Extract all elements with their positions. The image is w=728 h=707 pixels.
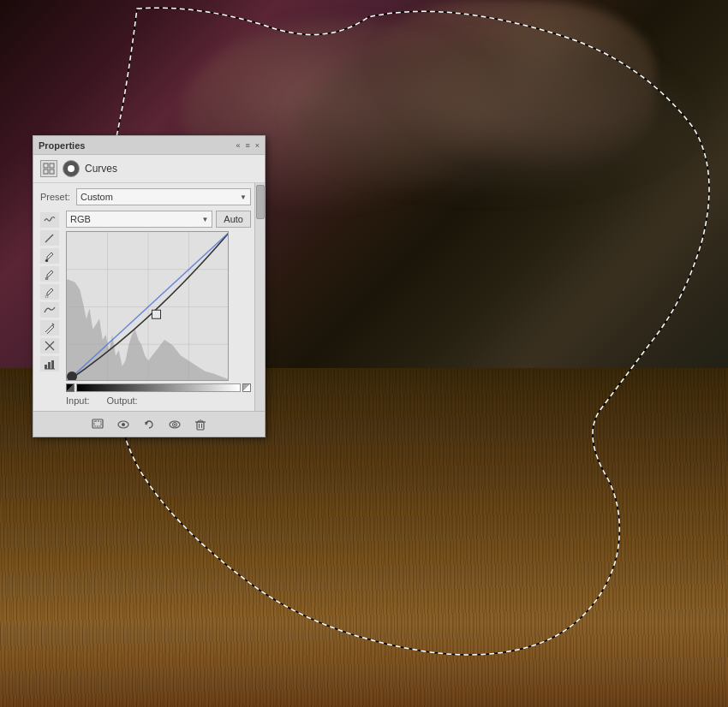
black-eyedropper-button[interactable] — [40, 248, 59, 264]
cloud-3 — [291, 39, 692, 194]
clipping-button[interactable] — [40, 338, 59, 354]
channel-value: RGB — [70, 214, 91, 224]
pencil-button[interactable] — [40, 230, 59, 246]
eyedropper-icon — [44, 250, 56, 262]
preset-row: Preset: Custom ▼ — [40, 188, 251, 205]
pencil-icon — [44, 232, 56, 244]
svg-rect-2 — [44, 169, 48, 174]
auto-button[interactable]: Auto — [216, 211, 251, 228]
clip-to-layer-button[interactable] — [88, 415, 107, 434]
eyedropper-mid-icon — [44, 268, 56, 280]
menu-icon[interactable]: ≡ — [245, 141, 249, 150]
clipping-icon — [44, 340, 56, 352]
panel-footer — [33, 411, 265, 437]
panel-content: Preset: Custom ▼ — [33, 183, 265, 411]
collapse-icon[interactable]: « — [236, 141, 240, 150]
black-point-indicator[interactable] — [66, 383, 75, 392]
waves-icon — [44, 214, 56, 226]
svg-rect-23 — [197, 422, 204, 430]
curves-graph[interactable] — [66, 231, 229, 381]
channel-dropdown-arrow: ▼ — [201, 216, 208, 223]
eye-button[interactable] — [165, 415, 184, 434]
histogram-icon — [44, 358, 56, 370]
svg-point-4 — [68, 165, 75, 172]
trash-icon — [194, 418, 207, 431]
svg-rect-12 — [48, 362, 51, 369]
channel-dropdown[interactable]: RGB ▼ — [66, 211, 212, 228]
reset-icon — [142, 418, 156, 431]
visibility-toggle-button[interactable] — [114, 415, 133, 434]
svg-point-22 — [174, 424, 176, 425]
curves-area: RGB ▼ Auto — [66, 211, 251, 406]
input-gradient-bar — [76, 383, 241, 392]
scrollbar-thumb[interactable] — [256, 185, 265, 219]
delete-button[interactable] — [191, 415, 210, 434]
reset-button[interactable] — [140, 415, 158, 434]
white-point-indicator[interactable] — [242, 383, 251, 392]
curves-title: Curves — [85, 163, 117, 175]
svg-rect-1 — [50, 163, 54, 168]
grid-icon — [43, 163, 55, 175]
channel-row: RGB ▼ Auto — [66, 211, 251, 228]
panel-titlebar: Properties « ≡ × — [33, 136, 265, 155]
clip-icon — [91, 418, 104, 431]
svg-rect-0 — [44, 163, 48, 168]
input-output-row: Input: Output: — [66, 395, 251, 406]
draw-icon — [44, 322, 56, 334]
panel-scrollbar[interactable] — [254, 183, 265, 411]
svg-point-6 — [45, 259, 48, 262]
svg-point-8 — [45, 295, 48, 298]
channel-curves-button[interactable] — [40, 212, 59, 228]
tools-column — [40, 211, 63, 371]
circle-icon — [66, 163, 76, 174]
svg-rect-13 — [51, 360, 54, 369]
svg-point-7 — [45, 277, 48, 280]
histogram-button[interactable] — [40, 356, 59, 371]
preset-label: Preset: — [40, 192, 73, 202]
tools-row: RGB ▼ Auto — [40, 211, 251, 406]
svg-rect-16 — [94, 421, 101, 426]
output-label: Output: — [107, 395, 138, 406]
preset-dropdown[interactable]: Custom ▼ — [76, 188, 251, 205]
smooth-button[interactable] — [40, 302, 59, 318]
eye2-icon — [168, 418, 182, 431]
smooth-icon — [44, 304, 56, 316]
preset-dropdown-arrow: ▼ — [240, 193, 247, 201]
svg-rect-3 — [50, 169, 54, 174]
panel-title-icons: « ≡ × — [236, 141, 260, 150]
eye-icon — [116, 418, 130, 431]
svg-rect-11 — [45, 365, 47, 369]
eyedropper-light-icon — [44, 286, 56, 298]
layer-mask-icon — [63, 160, 80, 177]
draw-mode-button[interactable] — [40, 320, 59, 336]
preset-value: Custom — [81, 192, 113, 202]
properties-panel: Properties « ≡ × Curves Pre — [33, 135, 266, 437]
input-label: Input: — [66, 395, 90, 406]
svg-line-5 — [45, 235, 53, 242]
white-eyedropper-button[interactable] — [40, 284, 59, 300]
close-icon[interactable]: × — [255, 141, 260, 150]
panel-header: Curves — [33, 155, 265, 183]
gray-eyedropper-button[interactable] — [40, 266, 59, 282]
panel-title: Properties — [39, 140, 85, 151]
svg-point-18 — [122, 423, 125, 426]
adjustment-layer-icon — [40, 160, 57, 177]
